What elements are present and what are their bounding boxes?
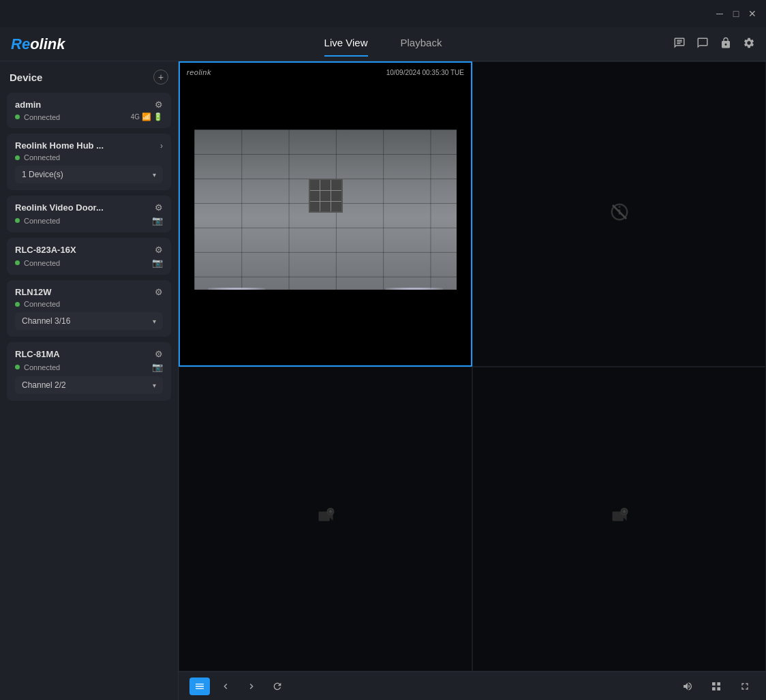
device-card-header-rlc81ma: RLC-81MA ⚙ (15, 349, 163, 359)
gear-icon-video-door[interactable]: ⚙ (155, 202, 163, 213)
ceiling-tiles (194, 130, 456, 305)
main-layout: Device + admin ⚙ Connected 4G 📶 🔋 Re (0, 61, 766, 700)
ceiling-vent (309, 179, 343, 213)
settings-icon[interactable] (743, 37, 755, 52)
chevron-down-icon-rlc81ma: ▾ (153, 382, 156, 389)
dropdown-label-rlc81ma: Channel 2/2 (22, 380, 66, 390)
prev-button[interactable] (215, 678, 236, 695)
minimize-button[interactable]: ─ (714, 8, 725, 19)
device-card-header-rlc823a: RLC-823A-16X ⚙ (15, 245, 163, 255)
bottom-right-controls (677, 678, 755, 695)
status-dot-rln12w (15, 302, 20, 307)
device-status-home-hub: Connected (15, 153, 163, 162)
grid-cell-2[interactable] (472, 61, 766, 367)
fullscreen-button[interactable] (735, 678, 755, 695)
device-card-home-hub: Reolink Home Hub ... › Connected 1 Devic… (7, 134, 171, 190)
status-text-video-door: Connected (24, 217, 60, 225)
camera-icon-video-door: 📷 (152, 215, 163, 226)
bottom-toolbar (179, 671, 766, 700)
grid-cell-3[interactable] (179, 367, 472, 672)
device-card-rlc823a: RLC-823A-16X ⚙ Connected 📷 (7, 238, 171, 275)
device-icons-rlc823a: 📷 (152, 258, 163, 268)
add-device-button[interactable]: + (153, 70, 168, 85)
chat-icon[interactable] (696, 37, 709, 52)
chevron-right-icon-hub[interactable]: › (160, 141, 163, 151)
camera-grid: reolink 10/09/2024 00:35:30 TUE (179, 61, 766, 671)
titlebar: ─ □ ✕ (0, 0, 766, 27)
device-status-rln12w: Connected (15, 300, 163, 308)
cam-timestamp-1: 10/09/2024 00:35:30 TUE (386, 69, 464, 76)
header-actions (619, 37, 755, 52)
device-card-header-video-door: Reolink Video Door... ⚙ (15, 202, 163, 213)
next-button[interactable] (241, 678, 262, 695)
header: Reolink Live View Playback (0, 27, 766, 61)
device-icons-video-door: 📷 (152, 215, 163, 226)
4g-icon: 4G (131, 113, 140, 121)
lock-icon[interactable] (720, 37, 732, 52)
empty-icon-3 (316, 507, 335, 531)
device-card-admin: admin ⚙ Connected 4G 📶 🔋 (7, 93, 171, 128)
device-name-home-hub: Reolink Home Hub ... (15, 140, 104, 151)
device-name-rln12w: RLN12W (15, 287, 51, 297)
nav-tabs: Live View Playback (147, 37, 619, 51)
device-card-header-home-hub: Reolink Home Hub ... › (15, 140, 163, 151)
chevron-down-icon-rln12w: ▾ (153, 318, 156, 325)
device-card-rln12w: RLN12W ⚙ Connected Channel 3/16 ▾ (7, 280, 171, 337)
status-text-rln12w: Connected (24, 300, 60, 308)
status-dot-video-door (15, 218, 20, 223)
device-status-admin: Connected 4G 📶 🔋 (15, 112, 163, 121)
grid-cell-1[interactable]: reolink 10/09/2024 00:35:30 TUE (179, 61, 472, 367)
refresh-button[interactable] (267, 678, 288, 695)
device-card-header-rln12w: RLN12W ⚙ (15, 287, 163, 297)
menu-button[interactable] (189, 678, 210, 695)
device-status-rlc81ma: Connected 📷 (15, 362, 163, 372)
status-text-rlc823a: Connected (24, 259, 60, 267)
tab-live-view[interactable]: Live View (324, 37, 368, 51)
device-status-rlc823a: Connected 📷 (15, 258, 163, 268)
device-header: Device + (7, 70, 171, 85)
status-dot-admin (15, 115, 20, 119)
signal-icon: 📶 (142, 112, 151, 121)
device-title: Device (10, 72, 42, 83)
device-card-video-door: Reolink Video Door... ⚙ Connected 📷 (7, 196, 171, 232)
device-name-rlc823a: RLC-823A-16X (15, 245, 76, 255)
message-icon[interactable] (673, 37, 686, 52)
gear-icon-rlc823a[interactable]: ⚙ (155, 245, 163, 255)
empty-icon-2 (609, 202, 630, 226)
status-text-admin: Connected (24, 113, 60, 121)
content-area: reolink 10/09/2024 00:35:30 TUE (179, 61, 766, 700)
dropdown-rlc81ma[interactable]: Channel 2/2 ▾ (15, 376, 163, 394)
tab-playback[interactable]: Playback (401, 37, 442, 51)
maximize-button[interactable]: □ (731, 8, 741, 19)
empty-icon-4 (610, 507, 629, 531)
status-dot-rlc81ma (15, 365, 20, 369)
app-logo: Reolink (11, 35, 147, 53)
status-text-home-hub: Connected (24, 153, 60, 162)
camera-feed-1: reolink 10/09/2024 00:35:30 TUE (180, 63, 471, 365)
device-status-video-door: Connected 📷 (15, 215, 163, 226)
dropdown-label-home-hub: 1 Device(s) (22, 170, 63, 179)
camera-icon-rlc81ma: 📷 (152, 362, 163, 372)
cam-brand-1: reolink (187, 68, 211, 76)
gear-icon-rln12w[interactable]: ⚙ (155, 287, 163, 297)
device-card-rlc81ma: RLC-81MA ⚙ Connected 📷 Channel 2/2 ▾ (7, 342, 171, 401)
dropdown-rln12w[interactable]: Channel 3/16 ▾ (15, 312, 163, 330)
device-name-rlc81ma: RLC-81MA (15, 349, 60, 359)
device-icons-rlc81ma: 📷 (152, 362, 163, 372)
chevron-down-icon-home-hub: ▾ (153, 171, 156, 179)
sidebar: Device + admin ⚙ Connected 4G 📶 🔋 Re (0, 61, 179, 700)
status-text-rlc81ma: Connected (24, 363, 60, 371)
dropdown-home-hub[interactable]: 1 Device(s) ▾ (15, 166, 163, 183)
grid-cell-4[interactable] (472, 367, 766, 672)
bottom-left-controls (189, 678, 288, 695)
device-name-video-door: Reolink Video Door... (15, 202, 104, 213)
grid-view-button[interactable] (706, 678, 726, 695)
gear-icon-admin[interactable]: ⚙ (155, 100, 163, 110)
gear-icon-rlc81ma[interactable]: ⚙ (155, 349, 163, 359)
close-button[interactable]: ✕ (747, 8, 758, 19)
status-dot-home-hub (15, 155, 20, 160)
status-dot-rlc823a (15, 260, 20, 265)
cam-overlay-1: reolink 10/09/2024 00:35:30 TUE (187, 68, 464, 76)
volume-button[interactable] (677, 678, 698, 695)
device-icons-admin: 4G 📶 🔋 (131, 112, 163, 121)
